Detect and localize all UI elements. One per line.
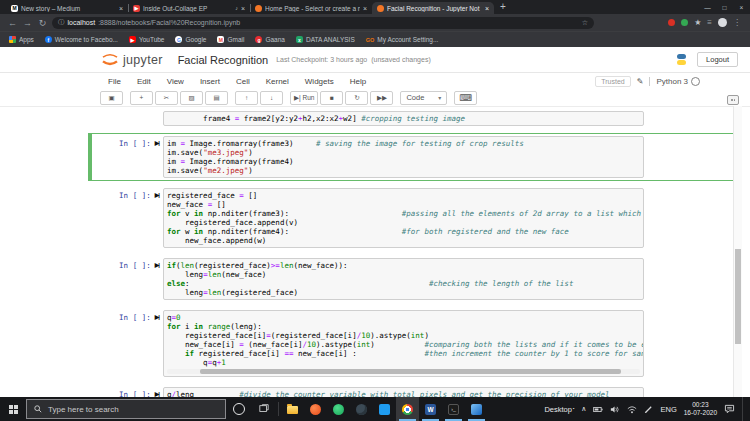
browser-tab[interactable]: ▶Inside Out-Collage EP♪×: [128, 2, 250, 14]
language-indicator[interactable]: ENG: [660, 405, 676, 414]
notebook-cell[interactable]: frame4 = frame2[y2:y2+h2,x2:x2+w2] #crop…: [88, 108, 737, 129]
bookmark-item[interactable]: MGmail: [217, 36, 244, 43]
bookmark-item[interactable]: GOMy Account Setting...: [366, 36, 439, 43]
browser-tab[interactable]: MNew story – Medium×: [6, 2, 128, 14]
back-button[interactable]: ←: [7, 18, 18, 28]
tab-close-icon[interactable]: ×: [241, 5, 245, 12]
cell-input[interactable]: q=0for i in range(leng): registered_face…: [163, 310, 644, 377]
window-minimize-button[interactable]: —: [699, 0, 716, 14]
notebook-cell[interactable]: In [ ]:▶|if(len(registered_face)>=len(ne…: [88, 255, 737, 303]
cell-input[interactable]: frame4 = frame2[y2:y2+h2,x2:x2+w2] #crop…: [163, 111, 644, 126]
tray-expand-chevron[interactable]: ∧: [581, 405, 586, 413]
code-token: registered_face: [167, 191, 239, 200]
bookmark-star-icon[interactable]: ☆: [582, 19, 588, 27]
volume-icon[interactable]: [610, 405, 620, 414]
stop-button[interactable]: ■: [320, 91, 343, 105]
pen-icon[interactable]: [644, 405, 653, 414]
toolbar-group: ↑↓: [235, 91, 283, 105]
add-cell-button[interactable]: +: [130, 91, 153, 105]
cell-input[interactable]: registered_face = []new_face = []for v i…: [163, 188, 644, 248]
taskbar-clock[interactable]: 00:23 16-07-2020: [684, 401, 717, 417]
reload-button[interactable]: ↻: [37, 18, 48, 28]
app-orange-button[interactable]: [304, 397, 327, 421]
app-dark-button[interactable]: [350, 397, 373, 421]
bookmark-item[interactable]: xDATA ANALYSIS: [296, 36, 355, 43]
network-icon[interactable]: [627, 405, 637, 414]
url-bar[interactable]: ⓘ localhost :8888/notebooks/Facial%20Rec…: [52, 17, 594, 29]
menu-file[interactable]: File: [100, 77, 129, 86]
menu-kernel[interactable]: Kernel: [258, 77, 297, 86]
cell-hscrollbar[interactable]: [167, 369, 640, 374]
window-maximize-button[interactable]: □: [716, 0, 733, 14]
cut-cell-button[interactable]: ✂: [155, 91, 178, 105]
cell-hscrollbar-thumb[interactable]: [200, 369, 621, 374]
reading-list-icon[interactable]: ≡: [707, 18, 712, 27]
page-scrollbar-thumb[interactable]: [735, 249, 741, 344]
file-explorer-button[interactable]: [281, 397, 304, 421]
bookmark-item[interactable]: fWelcome to Facebo...: [45, 36, 118, 43]
menu-edit[interactable]: Edit: [129, 77, 159, 86]
menu-widgets[interactable]: Widgets: [297, 77, 342, 86]
chrome-button[interactable]: [396, 397, 419, 421]
run-button[interactable]: ▶| Run: [290, 91, 318, 105]
cell-input[interactable]: if(len(registered_face)>=len(new_face)):…: [163, 258, 644, 300]
extensions-puzzle-icon[interactable]: ★: [694, 18, 701, 27]
logout-button[interactable]: Logout: [697, 52, 738, 67]
tab-close-icon[interactable]: ×: [363, 5, 367, 12]
word-button[interactable]: W: [419, 397, 442, 421]
page-widget-icon[interactable]: [727, 95, 739, 105]
menu-help[interactable]: Help: [342, 77, 374, 86]
menu-insert[interactable]: Insert: [192, 77, 228, 86]
notebook-title[interactable]: Facial Recognition: [178, 54, 269, 66]
code-line: for w in np.nditer(frame4): #for both re…: [167, 227, 640, 236]
terminal-button[interactable]: ›_: [442, 397, 465, 421]
extension-green-icon[interactable]: [681, 19, 688, 26]
photos-button[interactable]: [465, 397, 488, 421]
profile-avatar-icon[interactable]: [718, 18, 727, 27]
task-view-button[interactable]: [251, 397, 276, 421]
battery-icon[interactable]: [593, 405, 603, 414]
command-palette-button[interactable]: ⌨: [454, 91, 477, 105]
new-tab-button[interactable]: +: [500, 1, 506, 13]
bookmark-item[interactable]: ▶YouTube: [129, 36, 165, 43]
move-cell-up-button[interactable]: ↑: [235, 91, 258, 105]
trusted-badge[interactable]: Trusted: [595, 76, 630, 87]
restart-kernel-button[interactable]: ↻: [345, 91, 368, 105]
save-button[interactable]: ▣: [100, 91, 123, 105]
show-desktop-button[interactable]: [742, 397, 746, 421]
menu-kebab-icon[interactable]: ⋮: [733, 18, 741, 27]
move-cell-down-button[interactable]: ↓: [260, 91, 283, 105]
bookmark-item[interactable]: Apps: [9, 36, 34, 43]
start-button[interactable]: [0, 397, 26, 421]
browser-tab[interactable]: Facial Recognition - Jupyter Not×: [372, 2, 494, 14]
app-green-button[interactable]: [327, 397, 350, 421]
cell-type-select[interactable]: Code ▾: [400, 91, 447, 105]
page-scrollbar[interactable]: [733, 106, 742, 397]
notebook-cell[interactable]: In [ ]:▶|q=0for i in range(leng): regist…: [88, 307, 737, 380]
tab-close-icon[interactable]: ×: [485, 5, 489, 12]
browser-tab[interactable]: Home Page - Select or create a n×: [250, 2, 372, 14]
site-info-icon[interactable]: ⓘ: [58, 18, 65, 27]
menu-cell[interactable]: Cell: [228, 77, 258, 86]
notebook-cell[interactable]: In [ ]:▶|im = Image.fromarray(frame3) # …: [88, 133, 737, 181]
cortana-button[interactable]: [226, 397, 251, 421]
restart-run-all-button[interactable]: ▶▶: [370, 91, 393, 105]
action-center-icon[interactable]: [724, 404, 735, 414]
window-close-button[interactable]: ×: [733, 0, 750, 14]
cell-input[interactable]: im = Image.fromarray(frame3) # saving th…: [163, 136, 644, 178]
menu-view[interactable]: View: [159, 77, 192, 86]
notebook-cell[interactable]: In [ ]:▶|registered_face = []new_face = …: [88, 185, 737, 251]
tab-close-icon[interactable]: ×: [119, 5, 123, 12]
forward-button[interactable]: →: [22, 18, 33, 28]
code-line: new_face[i] = (new_face[i]/10).astype(in…: [167, 340, 640, 349]
jupyter-logo[interactable]: jupyter: [100, 53, 163, 67]
bookmark-item[interactable]: GGoogle: [175, 36, 206, 43]
vscode-button[interactable]: [373, 397, 396, 421]
photos-icon: [471, 404, 482, 415]
desktop-button[interactable]: Desktop ▪: [544, 405, 574, 414]
extension-red-icon[interactable]: [668, 19, 675, 26]
paste-cell-button[interactable]: ▤: [205, 91, 228, 105]
bookmark-item[interactable]: gGaana: [255, 36, 285, 43]
copy-cell-button[interactable]: ▨: [180, 91, 203, 105]
taskbar-search-input[interactable]: Type here to search: [26, 399, 226, 419]
